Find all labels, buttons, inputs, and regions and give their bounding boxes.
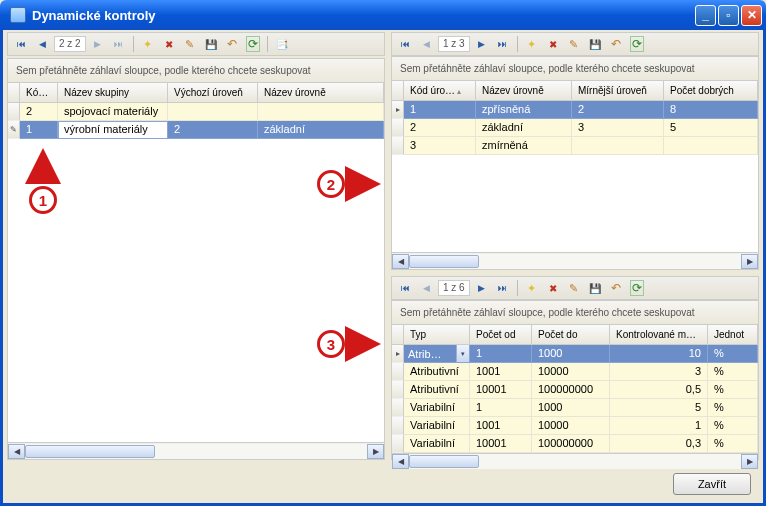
table-cell[interactable]: zmírněná [476,137,572,155]
table-cell[interactable]: % [708,381,758,399]
col-count-from[interactable]: Počet od [470,325,532,344]
table-cell[interactable]: Atrib…▾ [404,345,470,363]
table-cell[interactable] [572,137,664,155]
table-cell[interactable]: 1001 [470,417,532,435]
close-button[interactable]: Zavřít [673,473,751,495]
delete-icon[interactable] [544,35,562,53]
table-cell[interactable] [258,103,384,121]
table-cell[interactable]: spojovací materiály [58,103,168,121]
table-row[interactable]: ✎1výrobní materiály2základní [8,121,384,139]
table-cell[interactable]: 10000 [532,363,610,381]
minimize-button[interactable]: _ [695,5,716,26]
table-cell[interactable]: 3 [404,137,476,155]
scroll-track[interactable] [409,254,741,269]
refresh-icon[interactable] [628,279,646,297]
save-icon[interactable] [586,35,604,53]
table-cell[interactable]: Atributivní [404,363,470,381]
table-cell[interactable]: % [708,345,758,363]
table-cell[interactable]: % [708,435,758,453]
col-good-count[interactable]: Počet dobrých [664,81,758,100]
table-cell[interactable]: % [708,363,758,381]
col-name[interactable]: Název skupiny [58,83,168,102]
table-cell[interactable]: 10001 [470,435,532,453]
delete-icon[interactable] [544,279,562,297]
nav-first-icon[interactable] [12,35,30,53]
scroll-right-icon[interactable]: ▶ [367,444,384,459]
save-icon[interactable] [202,35,220,53]
table-cell[interactable]: zpřísněná [476,101,572,119]
dropdown-icon[interactable]: ▾ [456,345,469,362]
col-count-to[interactable]: Počet do [532,325,610,344]
table-cell[interactable]: 3 [572,119,664,137]
table-cell[interactable]: Variabilní [404,417,470,435]
table-cell[interactable] [168,103,258,121]
table-cell[interactable]: 1001 [470,363,532,381]
scroll-right-icon[interactable]: ▶ [741,254,758,269]
col-code[interactable]: Kó… [20,83,58,102]
col-level-name[interactable]: Název úrovně [476,81,572,100]
table-row[interactable]: 3zmírněná [392,137,758,155]
table-row[interactable]: ▸1zpřísněná28 [392,101,758,119]
group-by-hint[interactable]: Sem přetáhněte záhlaví sloupce, podle kt… [392,57,758,81]
scroll-left-icon[interactable]: ◀ [392,254,409,269]
nav-next-icon[interactable] [89,35,107,53]
table-cell[interactable]: Atributivní [404,381,470,399]
table-row[interactable]: Variabilní1001100001% [392,417,758,435]
table-cell[interactable]: 10000 [532,417,610,435]
table-cell[interactable]: 10001 [470,381,532,399]
table-cell[interactable]: 2 [168,121,258,139]
table-cell[interactable]: 1000 [532,345,610,363]
table-cell[interactable]: 8 [664,101,758,119]
scroll-left-icon[interactable]: ◀ [8,444,25,459]
scroll-left-icon[interactable]: ◀ [392,454,409,469]
col-type[interactable]: Typ [404,325,470,344]
maximize-button[interactable]: ▫ [718,5,739,26]
table-cell[interactable]: 1 [20,121,58,139]
undo-icon[interactable] [223,35,241,53]
table-cell[interactable]: % [708,399,758,417]
nav-next-icon[interactable] [473,35,491,53]
refresh-icon[interactable] [628,35,646,53]
table-cell[interactable]: 1 [470,345,532,363]
table-row[interactable]: Atributivní100011000000000,5% [392,381,758,399]
table-cell[interactable]: 5 [664,119,758,137]
table-cell[interactable]: 5 [610,399,708,417]
table-cell[interactable]: Variabilní [404,435,470,453]
undo-icon[interactable] [607,35,625,53]
table-cell[interactable]: 2 [572,101,664,119]
h-scrollbar[interactable]: ◀ ▶ [392,252,758,269]
table-row[interactable]: 2základní35 [392,119,758,137]
nav-first-icon[interactable] [396,279,414,297]
table-row[interactable]: Variabilní100011000000000,3% [392,435,758,453]
table-cell[interactable] [664,137,758,155]
table-row[interactable]: 2spojovací materiály [8,103,384,121]
new-icon[interactable] [523,279,541,297]
table-cell[interactable]: výrobní materiály [58,121,168,139]
table-cell[interactable]: Variabilní [404,399,470,417]
table-cell[interactable]: základní [258,121,384,139]
table-cell[interactable]: 1 [610,417,708,435]
save-icon[interactable] [586,279,604,297]
copy-icon[interactable] [273,35,291,53]
table-cell[interactable]: 2 [20,103,58,121]
table-cell[interactable]: 0,5 [610,381,708,399]
refresh-icon[interactable] [244,35,262,53]
h-scrollbar[interactable]: ◀ ▶ [392,453,758,469]
delete-icon[interactable] [160,35,178,53]
undo-icon[interactable] [607,279,625,297]
col-checked[interactable]: Kontrolované m… [610,325,708,344]
nav-next-icon[interactable] [473,279,491,297]
scroll-track[interactable] [25,444,367,459]
group-by-hint[interactable]: Sem přetáhněte záhlaví sloupce, podle kt… [392,301,758,325]
table-cell[interactable]: 1000 [532,399,610,417]
table-row[interactable]: ▸Atrib…▾1100010% [392,345,758,363]
col-milder-level[interactable]: Mírnější úroveň [572,81,664,100]
table-cell[interactable]: 100000000 [532,381,610,399]
scroll-right-icon[interactable]: ▶ [741,454,758,469]
close-window-button[interactable]: ✕ [741,5,762,26]
table-cell[interactable]: 100000000 [532,435,610,453]
group-by-hint[interactable]: Sem přetáhněte záhlaví sloupce, podle kt… [8,59,384,83]
new-icon[interactable] [523,35,541,53]
col-default-level[interactable]: Výchozí úroveň [168,83,258,102]
col-level-name[interactable]: Název úrovně [258,83,384,102]
